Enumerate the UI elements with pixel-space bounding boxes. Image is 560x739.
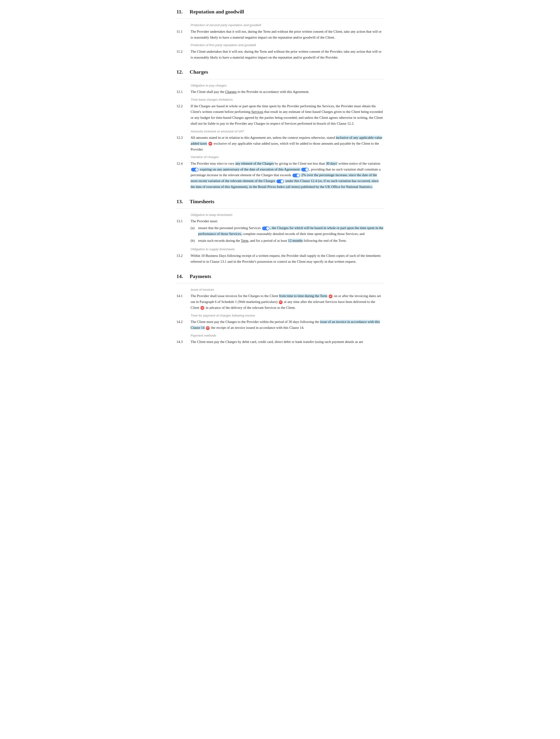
- section-number: 12.: [176, 68, 186, 76]
- subsection-heading: Variation of charges: [190, 155, 384, 160]
- toggle-switch[interactable]: [292, 174, 300, 177]
- subsection-heading: Issue of invoices: [190, 287, 384, 292]
- clause-number: 11.2: [176, 49, 187, 60]
- clause: 12.3All amounts stated in or in relation…: [176, 135, 384, 152]
- clause: 12.4The Provider may elect to vary any e…: [176, 161, 384, 190]
- clause-text: The Client undertakes that it will not, …: [190, 49, 384, 60]
- subsection-heading: Protection of first party reputation and…: [190, 42, 384, 48]
- sub-list: (a)ensure that the personnel providing S…: [190, 225, 384, 244]
- section-number: 13.: [176, 197, 186, 205]
- clause-text: The Provider may elect to vary any eleme…: [190, 161, 384, 190]
- sub-list-label: (a): [190, 225, 196, 237]
- subsection-heading: Amounts inclusive or exclusive of VAT: [190, 129, 384, 134]
- section-s14: 14.PaymentsIssue of invoices14.1The Prov…: [176, 272, 384, 345]
- clause-number: 14.2: [176, 319, 187, 331]
- or-badge: or: [200, 306, 204, 310]
- clause-text: If the Charges are based in whole or par…: [190, 103, 384, 127]
- clause: 14.2The Client must pay the Charges to t…: [176, 319, 384, 331]
- section-header: 14.Payments: [176, 272, 384, 281]
- subsection-heading: Obligation to pay charges: [190, 83, 384, 88]
- section-header: 12.Charges: [176, 68, 384, 77]
- section-s12: 12.ChargesObligation to pay charges12.1T…: [176, 68, 384, 189]
- subsection-heading: Time for payment of charges following in…: [190, 313, 384, 318]
- clause-text: The Provider must:(a)ensure that the per…: [190, 218, 384, 244]
- sub-list-item: (a)ensure that the personnel providing S…: [190, 225, 384, 237]
- toggle-switch[interactable]: [262, 227, 270, 230]
- sub-list-text: ensure that the personnel providing Serv…: [198, 225, 384, 237]
- clause-text: The Client shall pay the Charges to the …: [190, 89, 384, 95]
- document-body: 11.Reputation and goodwillProtection of …: [176, 8, 384, 345]
- clause-number: 12.2: [176, 103, 187, 127]
- section-title: Payments: [190, 272, 211, 280]
- clause: 13.1The Provider must:(a)ensure that the…: [176, 218, 384, 244]
- subsection-heading: Obligation to keep timesheets: [190, 212, 384, 217]
- clause-number: 11.1: [176, 29, 187, 40]
- clause: 14.3The Client must pay the Charges by d…: [176, 339, 384, 345]
- section-title: Reputation and goodwill: [190, 8, 244, 16]
- clause-intro: The Provider must:: [190, 219, 218, 223]
- clause-text: The Client must pay the Charges by debit…: [190, 339, 384, 345]
- clause: 11.2The Client undertakes that it will n…: [176, 49, 384, 60]
- clause-text: The Provider shall issue invoices for th…: [190, 293, 384, 310]
- clause-number: 14.1: [176, 293, 187, 310]
- subsection-heading: Payment methods: [190, 333, 384, 338]
- or-badge: or: [329, 294, 332, 298]
- subsection-heading: Protection of second party reputation an…: [190, 23, 384, 28]
- clause-number: 12.3: [176, 135, 187, 152]
- section-number: 14.: [176, 272, 186, 280]
- subsection-heading: Time-base charges limitations: [190, 97, 384, 102]
- clause: 14.1The Provider shall issue invoices fo…: [176, 293, 384, 310]
- sub-list-label: (b): [190, 238, 196, 244]
- section-number: 11.: [176, 8, 186, 16]
- section-header: 11.Reputation and goodwill: [176, 8, 384, 17]
- section-s13: 13.TimesheetsObligation to keep timeshee…: [176, 197, 384, 265]
- clause-text: All amounts stated in or in relation to …: [190, 135, 384, 152]
- clause-text: The Provider undertakes that it will not…: [190, 29, 384, 40]
- toggle-switch[interactable]: [301, 168, 309, 171]
- or-badge: or: [208, 142, 212, 146]
- clause-number: 12.1: [176, 89, 187, 95]
- section-s11: 11.Reputation and goodwillProtection of …: [176, 8, 384, 60]
- sub-list-text: retain such records during the Term, and…: [198, 238, 384, 244]
- or-badge: or: [206, 326, 209, 330]
- subsection-heading: Obligation to supply timesheets: [190, 247, 384, 252]
- clause: 11.1The Provider undertakes that it will…: [176, 29, 384, 40]
- clause-text: Within 10 Business Days following receip…: [190, 253, 384, 265]
- section-header: 13.Timesheets: [176, 197, 384, 206]
- toggle-switch[interactable]: [276, 179, 284, 183]
- clause-number: 14.3: [176, 339, 187, 345]
- clause-text: The Client must pay the Charges to the P…: [190, 319, 384, 331]
- sub-list-item: (b)retain such records during the Term, …: [190, 238, 384, 244]
- clause: 13.2Within 10 Business Days following re…: [176, 253, 384, 265]
- toggle-switch[interactable]: [191, 168, 198, 171]
- clause-number: 13.2: [176, 253, 187, 265]
- section-title: Timesheets: [190, 197, 215, 205]
- clause-number: 13.1: [176, 218, 187, 244]
- or-badge: or: [279, 300, 283, 304]
- clause: 12.1The Client shall pay the Charges to …: [176, 89, 384, 95]
- clause: 12.2If the Charges are based in whole or…: [176, 103, 384, 127]
- section-title: Charges: [190, 68, 208, 76]
- clause-number: 12.4: [176, 161, 187, 190]
